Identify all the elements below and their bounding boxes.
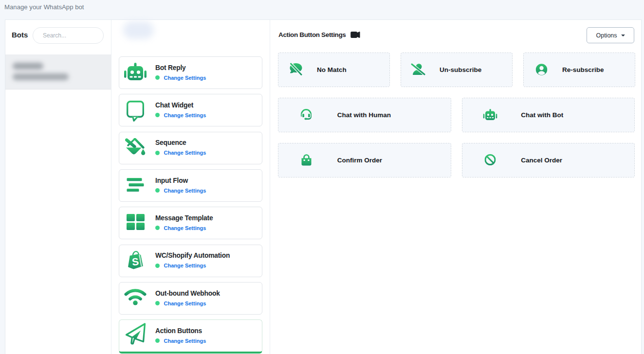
svg-text:S: S [131, 256, 139, 268]
